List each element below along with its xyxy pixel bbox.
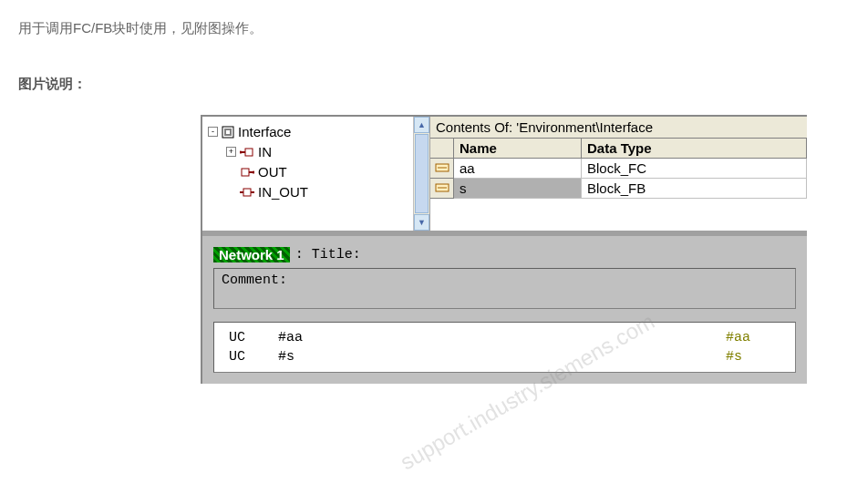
col-header-name[interactable]: Name	[454, 139, 582, 159]
network-label[interactable]: Network 1	[213, 247, 290, 262]
code-line: UC #aa	[229, 328, 726, 347]
svg-point-5	[240, 150, 243, 153]
code-remark: #s	[726, 347, 780, 366]
tree-item-label: IN_OUT	[258, 184, 308, 200]
tree-item-in[interactable]: + IN	[206, 142, 409, 162]
network-title-row: Network 1 : Title:	[213, 247, 796, 262]
tree-root-label: Interface	[238, 124, 291, 139]
app-window: - Interface + IN	[201, 115, 807, 384]
tree-root-row[interactable]: - Interface	[206, 122, 409, 142]
tree-scrollbar[interactable]: ▲ ▼	[413, 117, 429, 231]
cell-name[interactable]: s	[454, 179, 582, 199]
code-main-column: UC #aa UC #s	[229, 328, 726, 366]
svg-rect-2	[226, 130, 230, 134]
svg-rect-3	[245, 149, 253, 156]
svg-rect-6	[242, 169, 249, 176]
param-out-icon	[240, 167, 254, 178]
network-area: Network 1 : Title: Comment: UC #aa UC #s…	[202, 236, 807, 384]
cell-name[interactable]: aa	[454, 159, 582, 179]
tree-item-label: OUT	[258, 164, 287, 180]
grid-pane: Contents Of: 'Environment\Interface Name…	[430, 117, 807, 231]
scroll-up-icon[interactable]: ▲	[414, 117, 429, 133]
svg-point-8	[253, 170, 255, 173]
code-remark-column: #aa #s	[726, 328, 780, 366]
network-title-suffix: : Title:	[295, 247, 361, 262]
code-box[interactable]: UC #aa UC #s #aa #s	[213, 322, 796, 373]
cell-type[interactable]: Block_FC	[582, 159, 807, 179]
collapse-icon[interactable]: -	[208, 127, 218, 137]
table-row[interactable]: aa Block_FC	[430, 159, 807, 179]
intro-text: 用于调用FC/FB块时使用，见附图操作。	[18, 18, 829, 39]
tree-item-label: IN	[258, 144, 272, 159]
var-icon	[435, 162, 449, 173]
interface-icon	[222, 126, 234, 139]
tree-item-out[interactable]: OUT	[206, 162, 409, 182]
cell-type[interactable]: Block_FB	[582, 179, 807, 199]
code-line: UC #s	[229, 347, 726, 366]
row-header[interactable]	[430, 179, 454, 199]
svg-rect-9	[243, 189, 251, 196]
col-header-type[interactable]: Data Type	[582, 139, 807, 159]
scroll-thumb[interactable]	[415, 134, 429, 213]
tree-area: - Interface + IN	[202, 117, 413, 231]
contents-header: Contents Of: 'Environment\Interface	[430, 117, 807, 139]
param-in-icon	[240, 147, 254, 158]
expand-icon[interactable]: +	[226, 147, 236, 157]
section-title: 图片说明：	[18, 76, 829, 93]
grid-header-row: Name Data Type	[430, 139, 807, 159]
variable-grid: Name Data Type aa Block_FC s Block_FB	[430, 139, 807, 231]
row-header[interactable]	[430, 159, 454, 179]
tree-pane: - Interface + IN	[202, 117, 430, 231]
tree-item-inout[interactable]: IN_OUT	[206, 182, 409, 202]
table-row[interactable]: s Block_FB	[430, 179, 807, 199]
var-icon	[435, 182, 449, 193]
param-inout-icon	[240, 187, 254, 198]
scroll-down-icon[interactable]: ▼	[414, 214, 429, 231]
code-remark: #aa	[726, 328, 780, 347]
comment-box[interactable]: Comment:	[213, 268, 796, 309]
grid-corner	[430, 139, 454, 159]
